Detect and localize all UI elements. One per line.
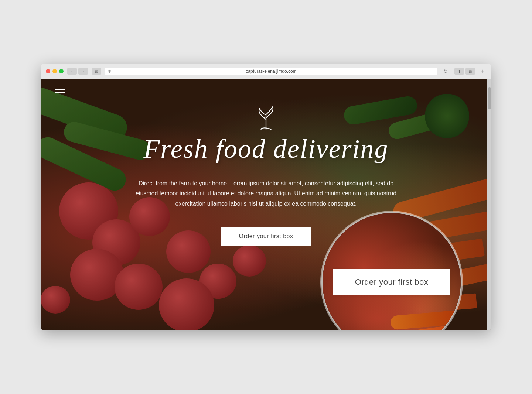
extension-icon: ✱ (108, 69, 111, 74)
nav-buttons: ‹ › (67, 68, 88, 75)
browser-window: ‹ › ⊡ ✱ capturas-elena.jimdo.com ↻ ⬆ ⊡ + (41, 64, 491, 330)
order-cta-button[interactable]: Order your first box (221, 227, 311, 246)
close-button[interactable] (46, 69, 50, 73)
logo-icon (249, 101, 283, 134)
nav-menu-button[interactable] (55, 89, 65, 95)
forward-button[interactable]: › (78, 68, 88, 75)
traffic-lights (46, 69, 64, 73)
share-button[interactable]: ⬆ (454, 68, 464, 75)
zoom-order-cta-button[interactable]: Order your first box (333, 269, 450, 295)
address-bar[interactable]: ✱ capturas-elena.jimdo.com (105, 68, 437, 75)
bookmarks-button[interactable]: ⊡ (466, 68, 475, 75)
browser-chrome: ‹ › ⊡ ✱ capturas-elena.jimdo.com ↻ ⬆ ⊡ + (41, 64, 491, 79)
hamburger-line-2 (55, 92, 65, 93)
hero-section: Fresh food delivering Direct from the fa… (41, 79, 491, 330)
browser-actions: ⬆ ⊡ (454, 68, 475, 75)
reload-button[interactable]: ↻ (443, 68, 448, 74)
minimize-button[interactable] (52, 69, 57, 73)
maximize-button[interactable] (59, 69, 64, 73)
back-button[interactable]: ‹ (67, 68, 77, 75)
hamburger-line-3 (55, 95, 65, 95)
url-text: capturas-elena.jimdo.com (246, 69, 296, 74)
window-view-button[interactable]: ⊡ (92, 68, 101, 75)
new-tab-button[interactable]: + (479, 68, 486, 75)
hero-title: Fresh food delivering (143, 134, 388, 164)
hamburger-line-1 (55, 89, 65, 90)
zoom-circle-overlay: Order your first box (321, 212, 462, 330)
hero-description: Direct from the farm to your home. Lorem… (133, 178, 399, 209)
